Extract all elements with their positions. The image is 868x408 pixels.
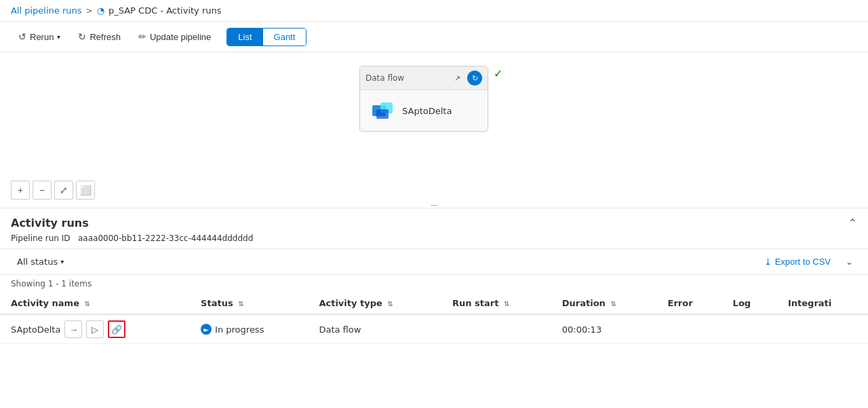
dataflow-activity-card: Data flow ↗ ↻ SAptoDelta (359, 66, 488, 132)
col-header-error: Error (657, 293, 722, 314)
activity-name-text: SAptoDelta (11, 324, 60, 335)
zoom-out-button[interactable]: − (33, 181, 52, 200)
row-details-button[interactable]: 🔗 (108, 320, 125, 338)
pipeline-run-id-label: Pipeline run ID (11, 234, 71, 243)
sort-icon-status[interactable]: ⇅ (238, 300, 243, 308)
table-header-row: Activity name ⇅ Status ⇅ Activity type ⇅… (0, 293, 868, 314)
col-header-run-start: Run start ⇅ (441, 293, 551, 314)
breadcrumb: All pipeline runs > ◔ p_SAP CDC - Activi… (0, 0, 868, 22)
canvas-controls: + − ⤢ ⬜ (11, 181, 95, 200)
export-chevron-button[interactable]: ⌄ (842, 254, 857, 270)
activity-runs-table: Activity name ⇅ Status ⇅ Activity type ⇅… (0, 293, 868, 344)
external-link-icon: ↗ (454, 74, 460, 83)
filter-label: All status (17, 257, 58, 267)
chevron-down-icon: ⌄ (846, 257, 853, 267)
rerun-button[interactable]: ↺ Rerun ▾ (11, 27, 68, 46)
pipeline-canvas: Data flow ↗ ↻ SAptoDelta ✓ (0, 52, 868, 208)
pipeline-icon: ◔ (97, 5, 104, 16)
status-in-progress-icon: ► (201, 324, 212, 335)
dataflow-card-body: SAptoDelta (360, 90, 488, 131)
breadcrumb-current-page: p_SAP CDC - Activity runs (108, 5, 222, 16)
output-icon: ▷ (92, 324, 98, 335)
frame-view-button[interactable]: ⬜ (76, 181, 95, 200)
success-check-icon: ✓ (494, 67, 502, 80)
rerun-label: Rerun (30, 32, 54, 42)
svg-rect-2 (376, 109, 389, 119)
card-refresh-icon: ↻ (472, 74, 478, 83)
col-header-activity-type: Activity type ⇅ (308, 293, 441, 314)
open-external-button[interactable]: ↗ (450, 71, 465, 86)
frame-icon: ⬜ (80, 185, 92, 196)
card-refresh-button[interactable]: ↻ (467, 71, 482, 86)
col-header-log: Log (722, 293, 777, 314)
download-icon: ⤓ (764, 257, 772, 267)
toggle-gantt-button[interactable]: Gantt (263, 29, 307, 45)
refresh-button[interactable]: ↻ Refresh (71, 27, 128, 46)
section-collapse-button[interactable]: ⌃ (848, 217, 857, 229)
activity-runs-section: Activity runs ⌃ Pipeline run ID aaaa0000… (0, 208, 868, 344)
filter-chevron-icon: ▾ (60, 258, 64, 265)
toggle-list-button[interactable]: List (227, 29, 262, 45)
rerun-chevron-icon: ▾ (57, 33, 60, 41)
cell-activity-name: SAptoDelta → ▷ 🔗 (0, 314, 190, 344)
export-csv-button[interactable]: ⤓ Export to CSV (757, 254, 837, 270)
cell-status: ► In progress (190, 314, 308, 344)
col-header-duration: Duration ⇅ (551, 293, 657, 314)
input-icon: → (69, 324, 78, 335)
filter-bar: All status ▾ ⤓ Export to CSV ⌄ (0, 248, 868, 275)
pipeline-run-id-value: aaaa0000-bb11-2222-33cc-444444dddddd (78, 234, 253, 243)
update-pipeline-button[interactable]: ✏ Update pipeline (131, 27, 218, 46)
dataflow-card-header: Data flow ↗ ↻ (360, 67, 488, 90)
cell-run-start (441, 314, 551, 344)
fit-view-icon: ⤢ (60, 185, 68, 196)
col-header-integration: Integrati (777, 293, 868, 314)
breadcrumb-separator: > (86, 6, 93, 16)
view-toggle: List Gantt (226, 28, 307, 46)
cell-integration (777, 314, 868, 344)
dataflow-activity-icon (371, 98, 395, 123)
export-label: Export to CSV (775, 257, 831, 267)
showing-items-label: Showing 1 - 1 items (0, 275, 868, 293)
status-filter-dropdown[interactable]: All status ▾ (11, 253, 70, 270)
rerun-icon: ↺ (18, 31, 26, 42)
breadcrumb-all-pipeline-runs[interactable]: All pipeline runs (11, 5, 82, 16)
refresh-icon: ↻ (78, 31, 86, 42)
sort-icon-activity-name[interactable]: ⇅ (85, 300, 90, 308)
toolbar: ↺ Rerun ▾ ↻ Refresh ✏ Update pipeline Li… (0, 22, 868, 52)
cell-log (722, 314, 777, 344)
zoom-in-button[interactable]: + (11, 181, 30, 200)
update-pipeline-label: Update pipeline (150, 32, 211, 42)
cell-activity-type: Data flow (308, 314, 441, 344)
row-input-button[interactable]: → (64, 320, 82, 338)
fit-view-button[interactable]: ⤢ (54, 181, 73, 200)
section-header: Activity runs ⌃ (0, 208, 868, 232)
refresh-label: Refresh (90, 32, 121, 42)
table-row: SAptoDelta → ▷ 🔗 ► (0, 314, 868, 344)
details-icon: 🔗 (111, 324, 122, 335)
sort-icon-run-start[interactable]: ⇅ (504, 300, 509, 308)
col-header-activity-name: Activity name ⇅ (0, 293, 190, 314)
canvas-collapse-handle[interactable] (420, 201, 448, 208)
sort-icon-activity-type[interactable]: ⇅ (387, 300, 393, 308)
row-output-button[interactable]: ▷ (86, 320, 104, 338)
cell-duration: 00:00:13 (551, 314, 657, 344)
update-icon: ✏ (138, 31, 146, 42)
dataflow-header-label: Data flow (366, 73, 404, 83)
cell-error (657, 314, 722, 344)
status-text: In progress (215, 324, 264, 335)
col-header-status: Status ⇅ (190, 293, 308, 314)
pipeline-run-id-row: Pipeline run ID aaaa0000-bb11-2222-33cc-… (0, 232, 868, 248)
sort-icon-duration[interactable]: ⇅ (610, 300, 616, 308)
section-title: Activity runs (11, 217, 89, 229)
dataflow-activity-name: SAptoDelta (402, 106, 452, 116)
